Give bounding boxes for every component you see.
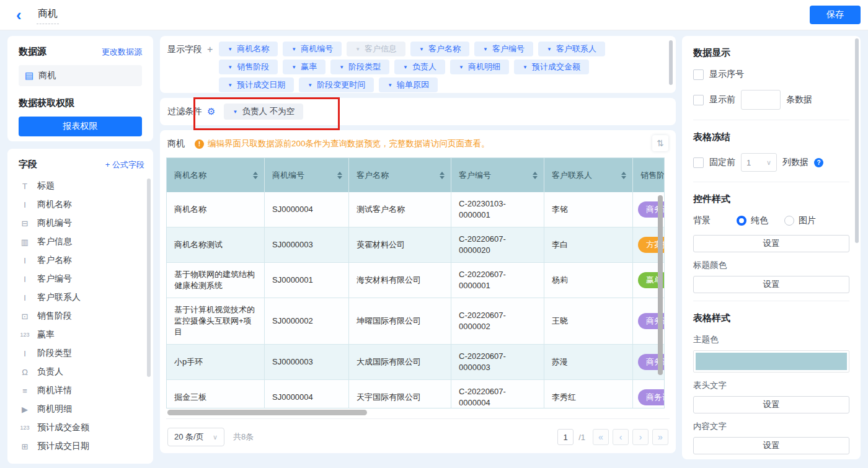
- display-field-tag[interactable]: ▼ 商机编号: [283, 42, 342, 56]
- help-icon[interactable]: ?: [814, 158, 823, 167]
- show-index-checkbox[interactable]: [693, 69, 704, 80]
- display-field-tag[interactable]: ▼ 赢率: [283, 60, 326, 74]
- header-text-set-button[interactable]: 设置: [693, 396, 849, 413]
- table-row[interactable]: 商机名称测试SJ0000003萸霍材料公司C-20220607-0000020李…: [167, 227, 664, 263]
- datasource-item[interactable]: ▤ 商机: [19, 65, 142, 86]
- content-text-set-button[interactable]: 设置: [693, 437, 849, 454]
- display-field-tag[interactable]: ▼ 销售阶段: [219, 60, 278, 74]
- field-list-item[interactable]: ▥ 客户信息: [19, 232, 144, 251]
- table-column-header[interactable]: 客户编号: [451, 158, 544, 192]
- solid-color-label: 纯色: [751, 215, 768, 226]
- fix-first-label: 固定前: [709, 157, 735, 168]
- permission-title: 数据获取权限: [19, 97, 142, 109]
- field-list-item[interactable]: ⊡ 销售阶段: [19, 307, 144, 325]
- title-color-set-button[interactable]: 设置: [693, 276, 849, 293]
- freeze-columns-select[interactable]: 1 ∨: [741, 153, 777, 172]
- display-field-tag[interactable]: ▼ 商机明细: [450, 60, 509, 74]
- change-datasource-link[interactable]: 更改数据源: [102, 46, 142, 58]
- sort-icon[interactable]: [621, 172, 626, 179]
- solid-color-radio[interactable]: [737, 216, 746, 226]
- background-label: 背景: [693, 215, 737, 226]
- chevron-down-icon: ▼: [228, 64, 232, 70]
- add-display-field-button[interactable]: +: [207, 44, 213, 55]
- datasource-title: 数据源: [19, 46, 46, 58]
- table-row[interactable]: 基于物联网的建筑结构健康检测系统SJ0000001海安材料有限公司C-20220…: [167, 263, 664, 298]
- chevron-down-icon: ∨: [766, 159, 771, 167]
- sort-icon[interactable]: [337, 172, 342, 179]
- display-field-tag[interactable]: ▼ 预计成交日期: [219, 77, 294, 92]
- theme-color-picker[interactable]: [693, 350, 849, 373]
- table-column-header[interactable]: 客户联系人: [544, 158, 633, 192]
- field-list-item[interactable]: I 客户名称: [19, 251, 144, 270]
- table-cell: C-20220607-0000002: [451, 298, 544, 344]
- field-list-item[interactable]: ▶ 商机明细: [19, 400, 144, 418]
- freeze-columns-checkbox[interactable]: [693, 157, 704, 168]
- field-list-item[interactable]: I 客户编号: [19, 270, 144, 288]
- table-row[interactable]: 商机名称SJ0000004测试客户名称C-20230103-0000001李铭商…: [167, 192, 664, 227]
- back-icon[interactable]: ‹: [16, 7, 22, 23]
- field-list-item[interactable]: I 客户联系人: [19, 288, 144, 307]
- page-number-input[interactable]: 1: [557, 429, 574, 445]
- first-page-button[interactable]: «: [593, 429, 609, 445]
- show-first-count-input[interactable]: [741, 90, 781, 110]
- table-row[interactable]: 基于计算机视觉技术的监控摄像头互联网+项目SJ0000002坤曜国际有限公司C-…: [167, 298, 664, 345]
- table-column-header[interactable]: 商机编号: [265, 158, 349, 192]
- display-field-tag[interactable]: ▼ 客户联系人: [538, 42, 605, 56]
- sort-icon[interactable]: [440, 172, 445, 179]
- next-page-button[interactable]: ›: [632, 429, 649, 445]
- show-first-checkbox[interactable]: [693, 95, 704, 105]
- display-field-tag[interactable]: ▼ 商机名称: [219, 42, 278, 56]
- report-permission-button[interactable]: 报表权限: [19, 117, 142, 136]
- field-list-item[interactable]: ⊟ 商机编号: [19, 214, 144, 232]
- table-cell: SJ0000002: [265, 298, 349, 344]
- field-list-item[interactable]: T 标题: [19, 177, 144, 195]
- save-button[interactable]: 保存: [810, 6, 861, 24]
- table-column-header[interactable]: 销售阶段: [633, 158, 665, 192]
- field-list-item[interactable]: Ω 负责人: [19, 363, 144, 381]
- table-cell: 李秀红: [544, 380, 633, 408]
- display-field-tag[interactable]: ▼ 阶段变更时间: [299, 77, 374, 92]
- table-vertical-scrollbar[interactable]: [658, 195, 663, 375]
- display-field-tag[interactable]: ▼ 输单原因: [379, 77, 438, 92]
- add-formula-field-link[interactable]: + 公式字段: [105, 159, 144, 170]
- display-fields-scrollbar[interactable]: [669, 40, 673, 85]
- chevron-down-icon: ∨: [213, 433, 218, 441]
- text-icon: I: [19, 256, 31, 265]
- table-row[interactable]: 掘金三板SJ0000004天宇国际有限公司C-20220607-0000004李…: [167, 380, 664, 408]
- last-page-button[interactable]: »: [652, 429, 668, 445]
- table-column-header[interactable]: 客户名称: [349, 158, 451, 192]
- field-list-item[interactable]: ⊞ 预计成交日期: [19, 437, 144, 456]
- display-field-tag[interactable]: ▼ 客户编号: [474, 42, 533, 56]
- table-cell: SJ0000001: [265, 263, 349, 298]
- sort-icon[interactable]: [533, 172, 538, 179]
- display-field-tag[interactable]: ▼ 客户名称: [410, 42, 469, 56]
- table-column-header[interactable]: 商机名称: [167, 158, 265, 192]
- field-list-item[interactable]: ≡ 商机详情: [19, 381, 144, 400]
- fields-scrollbar[interactable]: [147, 179, 151, 377]
- prev-page-button[interactable]: ‹: [613, 429, 629, 445]
- filter-settings-gear-icon[interactable]: ⚙: [207, 106, 215, 117]
- filter-condition-tag[interactable]: ▼ 负责人 不为空: [224, 104, 303, 120]
- display-field-tag[interactable]: ▼ 客户信息: [347, 42, 405, 56]
- chevron-down-icon: ▼: [291, 64, 296, 70]
- text-icon: I: [19, 349, 31, 358]
- sort-icon[interactable]: [253, 172, 258, 179]
- display-field-tag[interactable]: ▼ 预计成交金额: [514, 60, 589, 74]
- divider: [693, 120, 849, 120]
- table-sort-button[interactable]: ⇅: [652, 135, 668, 151]
- table-cell: 李白: [544, 227, 633, 262]
- field-list-item[interactable]: I 阶段类型: [19, 344, 144, 363]
- table-cell-stage: 商务谈判: [633, 380, 664, 408]
- background-set-button[interactable]: 设置: [693, 235, 849, 252]
- field-list-item[interactable]: 123 赢率: [19, 325, 144, 344]
- table-horizontal-scrollbar[interactable]: [167, 410, 367, 415]
- field-list-item[interactable]: I 商机名称: [19, 195, 144, 214]
- settings-scrollbar[interactable]: [855, 38, 859, 243]
- display-field-tags: ▼ 商机名称 ▼ 商机编号 ▼ 客户信息 ▼ 客户名称 ▼ 客户编号 ▼ 客户联…: [219, 42, 605, 93]
- image-radio[interactable]: [784, 216, 794, 226]
- field-list-item[interactable]: 123 预计成交金额: [19, 418, 144, 437]
- display-field-tag[interactable]: ▼ 负责人: [394, 60, 445, 74]
- table-row[interactable]: 小p手环SJ0000003大成国际有限公司C-20220607-0000003苏…: [167, 345, 664, 380]
- page-size-select[interactable]: 20 条/页 ∨: [167, 428, 224, 446]
- display-field-tag[interactable]: ▼ 阶段类型: [330, 60, 389, 74]
